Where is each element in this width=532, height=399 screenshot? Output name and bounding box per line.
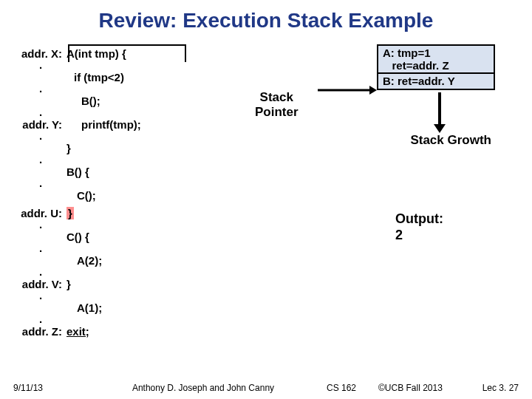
code-Bcall: B();	[66, 95, 100, 107]
code-closeA: }	[66, 142, 71, 154]
dot: .	[15, 222, 66, 228]
dot: .	[15, 269, 66, 275]
dot: .	[15, 157, 66, 163]
stack-frame-A: A: tmp=1 ret=addr. Z	[377, 44, 495, 74]
highlight-closeB: }	[66, 207, 74, 219]
code-column: addr. X: A(int tmp) { . if (tmp<2) . B()…	[15, 44, 222, 340]
dot: .	[15, 180, 66, 186]
footer-lecture: Lec 3. 27	[467, 383, 519, 393]
code-B-sig: B() {	[66, 166, 89, 178]
dot: .	[15, 245, 66, 251]
dot: .	[15, 109, 66, 115]
svg-marker-1	[369, 86, 377, 95]
output-block: Output: 2	[395, 211, 443, 243]
label-addrX: addr. X:	[15, 47, 66, 60]
footer-authors: Anthony D. Joseph and John Canny	[80, 383, 327, 393]
label-addrV: addr. V:	[15, 278, 66, 290]
stack-pointer-label: StackPointer	[255, 90, 299, 120]
output-label: Output:	[395, 211, 443, 227]
code-closeB: }	[66, 207, 74, 219]
footer-date: 9/11/13	[13, 383, 80, 393]
stack-growth-label: Stack Growth	[410, 133, 491, 148]
code-exit: exit;	[66, 325, 89, 338]
content-area: addr. X: A(int tmp) { . if (tmp<2) . B()…	[15, 44, 517, 369]
dot: .	[15, 86, 66, 92]
footer-course: CS 162	[327, 383, 378, 393]
code-if: if (tmp<2)	[66, 71, 124, 83]
arrow-stack-pointer-icon	[318, 83, 377, 98]
slide-title: Review: Execution Stack Example	[0, 0, 532, 33]
code-printf: printf(tmp);	[66, 118, 141, 131]
label-addrU: addr. U:	[15, 207, 66, 219]
code-A-sig: A(int tmp) {	[66, 47, 126, 60]
code-C-sig: C() {	[66, 231, 89, 243]
svg-marker-3	[434, 124, 446, 133]
code-Acall2: A(2);	[66, 254, 102, 267]
code-Ccall: C();	[66, 189, 96, 202]
dot: .	[15, 316, 66, 322]
dot: .	[15, 133, 66, 139]
stack-frame-B: B: ret=addr. Y	[377, 74, 495, 90]
label-addrZ: addr. Z:	[15, 325, 66, 338]
dot: .	[15, 293, 66, 299]
footer: 9/11/13 Anthony D. Joseph and John Canny…	[0, 383, 532, 393]
dot: .	[15, 62, 66, 68]
arrow-growth-icon	[432, 92, 447, 133]
output-value: 2	[395, 227, 443, 243]
label-addrY: addr. Y:	[15, 118, 66, 131]
footer-copyright: ©UCB Fall 2013	[378, 383, 467, 393]
code-Acall1: A(1);	[66, 301, 102, 314]
code-closeC: }	[66, 278, 71, 290]
